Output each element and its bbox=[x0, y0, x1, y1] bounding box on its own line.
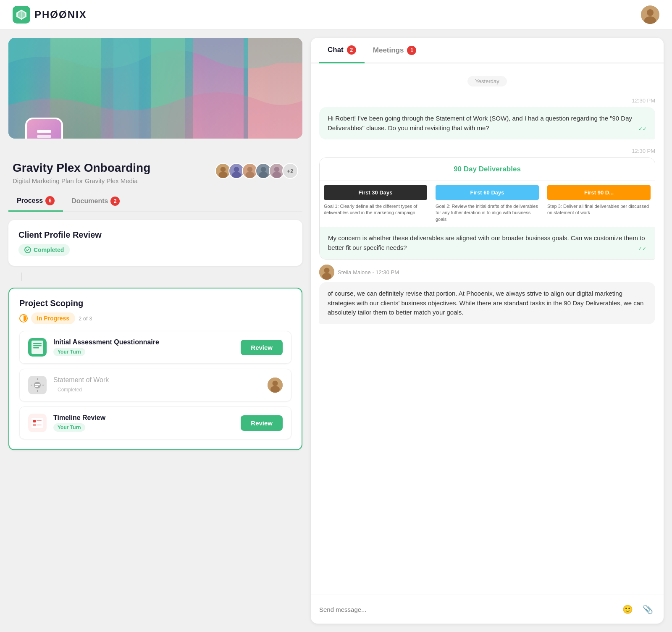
subtask-icon-timeline bbox=[28, 414, 47, 432]
svg-rect-13 bbox=[37, 135, 51, 138]
chat-panel: Chat 2 Meetings 1 Yesterday 12:30 PM Hi … bbox=[311, 38, 664, 624]
svg-point-19 bbox=[234, 167, 239, 172]
header: PHØØNIX bbox=[0, 0, 672, 29]
deliverables-title: 90 Day Deliverables bbox=[320, 158, 655, 181]
del-col-text-2: Goal 2: Review the initial drafts of the… bbox=[436, 203, 539, 223]
attachment-btn[interactable]: 📎 bbox=[640, 602, 655, 617]
date-divider: Yesterday bbox=[319, 76, 655, 87]
review-btn-timeline[interactable]: Review bbox=[241, 415, 283, 431]
tab-process[interactable]: Process 6 bbox=[8, 191, 63, 212]
emoji-btn[interactable]: 🙂 bbox=[620, 602, 635, 617]
tab-meetings[interactable]: Meetings 1 bbox=[365, 38, 425, 63]
left-panel: Gravity Plex Onboarding Digital Marketin… bbox=[8, 38, 302, 624]
svg-rect-33 bbox=[33, 343, 42, 344]
read-receipt-1: ✓✓ bbox=[638, 125, 647, 133]
deliverables-col-1: First 30 Days Goal 1: Clearly define all… bbox=[320, 181, 431, 227]
client-profile-status: Completed bbox=[18, 244, 70, 256]
svg-point-41 bbox=[270, 386, 280, 393]
avatar-more: +2 bbox=[282, 163, 298, 179]
svg-point-40 bbox=[273, 381, 278, 386]
connector-line bbox=[21, 273, 22, 281]
svg-point-48 bbox=[324, 268, 330, 273]
subtask-label-assessment: Your Turn bbox=[53, 348, 85, 356]
subtask-timeline-review: Timeline Review Your Turn Review bbox=[19, 406, 291, 439]
chat-messages: Yesterday 12:30 PM Hi Robert! I've been … bbox=[311, 63, 664, 595]
meetings-badge: 1 bbox=[407, 46, 416, 55]
svg-point-23 bbox=[245, 172, 254, 178]
process-section: Client Profile Review Completed Project … bbox=[8, 216, 302, 454]
review-btn-assessment[interactable]: Review bbox=[241, 340, 283, 355]
svg-rect-37 bbox=[35, 384, 40, 385]
project-icon bbox=[25, 118, 63, 139]
team-avatars: +2 bbox=[215, 163, 298, 179]
svg-rect-46 bbox=[37, 425, 42, 425]
svg-point-29 bbox=[272, 172, 281, 178]
deliverables-card: 90 Day Deliverables First 30 Days Goal 1… bbox=[320, 158, 655, 227]
chat-input-area: 🙂 📎 bbox=[311, 595, 664, 624]
del-col-header-2: First 60 Days bbox=[436, 185, 539, 200]
hero-image bbox=[8, 38, 302, 139]
project-info: Gravity Plex Onboarding Digital Marketin… bbox=[13, 161, 150, 184]
logo-area: PHØØNIX bbox=[13, 6, 87, 24]
documents-badge: 2 bbox=[110, 197, 120, 206]
svg-rect-35 bbox=[33, 347, 39, 349]
svg-point-22 bbox=[247, 167, 253, 172]
svg-rect-44 bbox=[37, 420, 42, 421]
del-col-text-3: Step 3: Deliver all final deliverables p… bbox=[547, 203, 651, 216]
svg-rect-42 bbox=[32, 418, 43, 428]
sender-avatar bbox=[319, 265, 334, 280]
svg-rect-38 bbox=[35, 386, 38, 387]
chat-tabs: Chat 2 Meetings 1 bbox=[311, 38, 664, 63]
project-header-row: Gravity Plex Onboarding Digital Marketin… bbox=[8, 161, 302, 184]
svg-rect-45 bbox=[33, 424, 36, 426]
subtask-label-timeline: Your Turn bbox=[53, 423, 85, 432]
subtask-content-sow: Statement of Work Completed bbox=[53, 376, 261, 394]
message-2-card: 90 Day Deliverables First 30 Days Goal 1… bbox=[319, 157, 655, 260]
inprogress-icon bbox=[19, 314, 28, 323]
deliverables-col-2: First 60 Days Goal 2: Review the initial… bbox=[431, 181, 543, 227]
del-col-header-1: First 30 Days bbox=[324, 185, 427, 200]
subtask-title-assessment: Initial Assessment Questionnaire bbox=[53, 338, 234, 346]
completed-icon bbox=[24, 247, 31, 253]
project-title: Gravity Plex Onboarding bbox=[13, 161, 150, 175]
tab-chat[interactable]: Chat 2 bbox=[319, 38, 365, 63]
svg-point-4 bbox=[647, 9, 654, 16]
subtask-icon-sow bbox=[28, 376, 47, 394]
logo-text: PHØØNIX bbox=[34, 9, 87, 21]
user-avatar[interactable] bbox=[641, 5, 659, 24]
client-profile-card: Client Profile Review Completed bbox=[8, 220, 302, 266]
subtask-label-sow: Completed bbox=[53, 385, 86, 394]
main-content: Gravity Plex Onboarding Digital Marketin… bbox=[0, 29, 672, 632]
svg-point-20 bbox=[232, 172, 241, 178]
logo-icon bbox=[13, 6, 30, 24]
time-label-1: 12:30 PM bbox=[319, 97, 655, 104]
svg-point-49 bbox=[322, 273, 331, 280]
project-scoping-title: Project Scoping bbox=[19, 299, 291, 308]
message-2-text: My concern is whether these deliverables… bbox=[320, 227, 655, 259]
subtask-content-assessment: Initial Assessment Questionnaire Your Tu… bbox=[53, 338, 234, 356]
sender-info: Stella Malone - 12:30 PM bbox=[319, 265, 655, 280]
message-3: of course, we can definitely revise that… bbox=[319, 282, 655, 324]
svg-point-17 bbox=[218, 172, 227, 178]
chat-badge: 2 bbox=[347, 45, 356, 55]
message-1: Hi Robert! I've been going through the S… bbox=[319, 107, 655, 139]
project-scoping-status: In Progress bbox=[31, 312, 75, 324]
subtask-list: Initial Assessment Questionnaire Your Tu… bbox=[19, 331, 291, 439]
subtask-statement-of-work: Statement of Work Completed bbox=[19, 369, 291, 401]
svg-rect-43 bbox=[33, 420, 36, 422]
deliverables-col-3: First 90 D... Step 3: Deliver all final … bbox=[543, 181, 655, 227]
subtask-initial-assessment: Initial Assessment Questionnaire Your Tu… bbox=[19, 331, 291, 364]
svg-point-25 bbox=[261, 167, 266, 172]
svg-rect-12 bbox=[37, 130, 51, 133]
inprogress-status: In Progress 2 of 3 bbox=[19, 312, 291, 324]
process-tabs: Process 6 Documents 2 bbox=[8, 191, 302, 212]
subtask-avatar-sow bbox=[268, 378, 283, 393]
project-scoping-card: Project Scoping In Progress 2 of 3 bbox=[8, 288, 302, 450]
project-subtitle: Digital Marketing Plan for Gravity Plex … bbox=[13, 177, 150, 184]
tab-documents[interactable]: Documents 2 bbox=[63, 191, 128, 211]
chat-input[interactable] bbox=[319, 606, 615, 613]
subtask-title-sow: Statement of Work bbox=[53, 376, 261, 384]
client-profile-title: Client Profile Review bbox=[18, 230, 292, 240]
subtask-icon-assessment bbox=[28, 338, 47, 357]
svg-point-16 bbox=[220, 167, 226, 172]
